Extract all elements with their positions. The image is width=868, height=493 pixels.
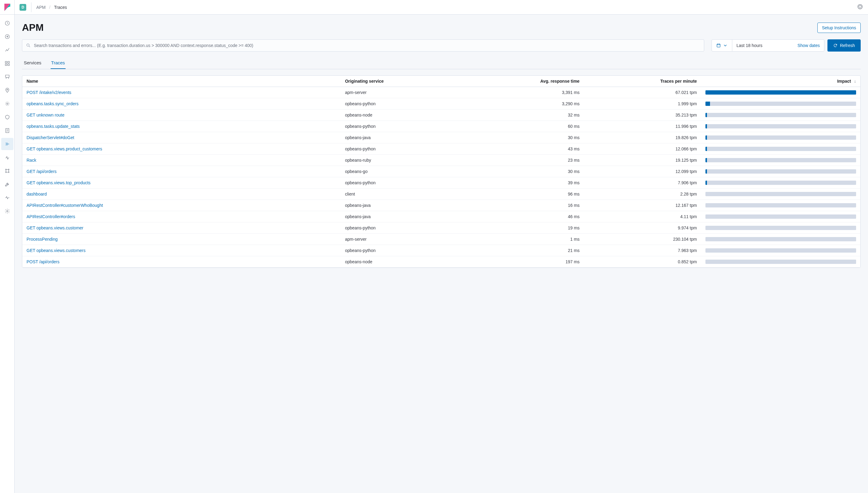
nav-uptime[interactable] xyxy=(1,151,14,164)
originating-service: client xyxy=(341,189,475,200)
heartbeat-icon xyxy=(5,195,10,200)
trace-link[interactable]: GET opbeans.views.top_products xyxy=(26,180,91,185)
table-row: GET opbeans.views.product_customersopbea… xyxy=(22,143,860,155)
date-picker: Last 18 hours Show dates xyxy=(712,39,824,51)
col-header-response[interactable]: Avg. response time xyxy=(475,76,584,87)
trace-link[interactable]: APIRestController#customerWhoBought xyxy=(26,203,103,208)
nav-monitoring[interactable] xyxy=(1,192,14,204)
originating-service: opbeans-python xyxy=(341,143,475,155)
nav-apm[interactable] xyxy=(1,138,14,150)
chart-icon xyxy=(5,47,10,53)
svg-rect-4 xyxy=(5,64,7,66)
nav-maps[interactable] xyxy=(1,84,14,97)
col-header-tpm[interactable]: Traces per minute xyxy=(584,76,701,87)
dashboard-icon xyxy=(5,61,10,66)
search-input[interactable] xyxy=(34,43,700,48)
trace-link[interactable]: DispatcherServlet#doGet xyxy=(26,135,74,140)
trace-link[interactable]: GET /api/orders xyxy=(26,169,57,174)
help-menu[interactable] xyxy=(857,4,863,11)
compass-icon xyxy=(5,34,10,39)
date-range-display[interactable]: Last 18 hours xyxy=(732,40,793,51)
impact-cell xyxy=(701,189,860,200)
impact-bar xyxy=(706,158,856,162)
trace-link[interactable]: opbeans.tasks.sync_orders xyxy=(26,101,79,106)
col-header-name[interactable]: Name xyxy=(22,76,341,87)
col-header-impact-label: Impact xyxy=(837,79,851,84)
nav-recent[interactable] xyxy=(1,17,14,29)
search-bar[interactable] xyxy=(22,39,704,51)
avg-response-time: 39 ms xyxy=(475,177,584,189)
refresh-button-label: Refresh xyxy=(840,43,855,48)
nav-ml[interactable] xyxy=(1,98,14,110)
calendar-icon xyxy=(716,43,721,48)
trace-link[interactable]: GET unknown route xyxy=(26,112,64,117)
trace-link[interactable]: dashboard xyxy=(26,192,47,196)
svg-point-7 xyxy=(6,103,8,105)
breadcrumb-root[interactable]: APM xyxy=(36,5,45,10)
impact-bar xyxy=(706,260,856,264)
divider xyxy=(31,2,31,12)
table-row: Rackopbeans-ruby23 ms19.125 tpm xyxy=(22,155,860,166)
nav-logs[interactable] xyxy=(1,125,14,137)
date-picker-calendar-button[interactable] xyxy=(712,40,732,51)
impact-bar xyxy=(706,147,856,151)
avg-response-time: 16 ms xyxy=(475,200,584,211)
impact-cell xyxy=(701,166,860,177)
nav-canvas[interactable] xyxy=(1,71,14,83)
avg-response-time: 23 ms xyxy=(475,155,584,166)
impact-bar xyxy=(706,135,856,140)
impact-cell xyxy=(701,132,860,143)
tab-traces[interactable]: Traces xyxy=(51,57,66,69)
nav-discover[interactable] xyxy=(1,30,14,43)
nav-visualize[interactable] xyxy=(1,44,14,56)
refresh-button[interactable]: Refresh xyxy=(827,39,861,51)
traces-per-minute: 35.213 tpm xyxy=(584,109,701,121)
trace-link[interactable]: GET opbeans.views.customer xyxy=(26,226,84,230)
trace-link[interactable]: Rack xyxy=(26,158,36,163)
show-dates-toggle[interactable]: Show dates xyxy=(793,40,824,51)
kibana-logo-icon xyxy=(4,4,11,11)
table-row: GET opbeans.views.top_productsopbeans-py… xyxy=(22,177,860,189)
col-header-service[interactable]: Originating service xyxy=(341,76,475,87)
nav-dashboard[interactable] xyxy=(1,57,14,69)
table-row: GET /api/ordersopbeans-go30 ms12.099 tpm xyxy=(22,166,860,177)
svg-rect-5 xyxy=(8,64,9,66)
table-row: ProcessPendingapm-server1 ms230.104 tpm xyxy=(22,234,860,245)
logs-icon xyxy=(5,128,10,133)
traces-per-minute: 67.021 tpm xyxy=(584,87,701,98)
impact-bar xyxy=(706,226,856,230)
avg-response-time: 3,391 ms xyxy=(475,87,584,98)
originating-service: opbeans-java xyxy=(341,200,475,211)
trace-link[interactable]: GET opbeans.views.product_customers xyxy=(26,146,102,151)
space-selector[interactable]: D xyxy=(20,4,26,11)
table-row: opbeans.tasks.update_statsopbeans-python… xyxy=(22,121,860,132)
avg-response-time: 32 ms xyxy=(475,109,584,121)
nav-infra[interactable] xyxy=(1,111,14,123)
page-title: APM xyxy=(22,22,44,33)
kibana-logo[interactable] xyxy=(0,0,15,15)
col-header-impact[interactable]: Impact ↓ xyxy=(701,76,860,87)
map-pin-icon xyxy=(5,88,10,93)
trace-link[interactable]: POST /intake/v2/events xyxy=(26,90,71,95)
setup-instructions-button[interactable]: Setup Instructions xyxy=(817,23,861,33)
originating-service: opbeans-python xyxy=(341,121,475,132)
nav-siem[interactable] xyxy=(1,165,14,177)
table-row: POST /intake/v2/eventsapm-server3,391 ms… xyxy=(22,87,860,98)
traces-per-minute: 11.996 tpm xyxy=(584,121,701,132)
nav-devtools[interactable] xyxy=(1,178,14,190)
trace-link[interactable]: ProcessPending xyxy=(26,237,58,242)
impact-bar xyxy=(706,113,856,117)
trace-link[interactable]: APIRestController#orders xyxy=(26,214,75,219)
impact-cell xyxy=(701,245,860,256)
originating-service: opbeans-ruby xyxy=(341,155,475,166)
traces-per-minute: 1.999 tpm xyxy=(584,98,701,109)
traces-per-minute: 7.906 tpm xyxy=(584,177,701,189)
tab-services[interactable]: Services xyxy=(23,57,42,69)
impact-cell xyxy=(701,222,860,234)
trace-link[interactable]: POST /api/orders xyxy=(26,259,60,264)
nav-management[interactable] xyxy=(1,205,14,217)
avg-response-time: 19 ms xyxy=(475,222,584,234)
trace-link[interactable]: opbeans.tasks.update_stats xyxy=(26,124,80,129)
trace-link[interactable]: GET opbeans.views.customers xyxy=(26,248,86,253)
traces-per-minute: 12.167 tpm xyxy=(584,200,701,211)
